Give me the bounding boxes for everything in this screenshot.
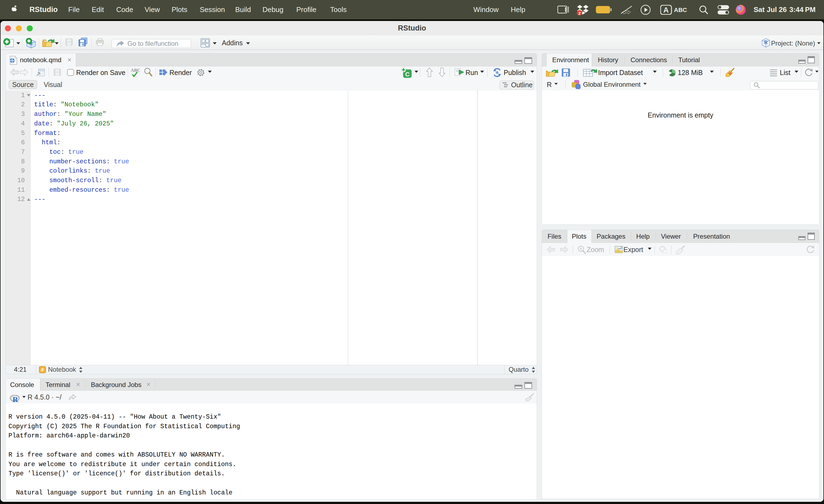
svg-text:C: C — [405, 71, 410, 78]
svg-text:ABC: ABC — [674, 7, 687, 13]
svg-text:#: # — [41, 367, 44, 373]
svg-text:A: A — [663, 6, 669, 14]
svg-text:R: R — [764, 39, 768, 45]
svg-text:2: 2 — [579, 11, 581, 16]
svg-text:ABC: ABC — [131, 68, 140, 73]
svg-text:R: R — [13, 395, 18, 402]
